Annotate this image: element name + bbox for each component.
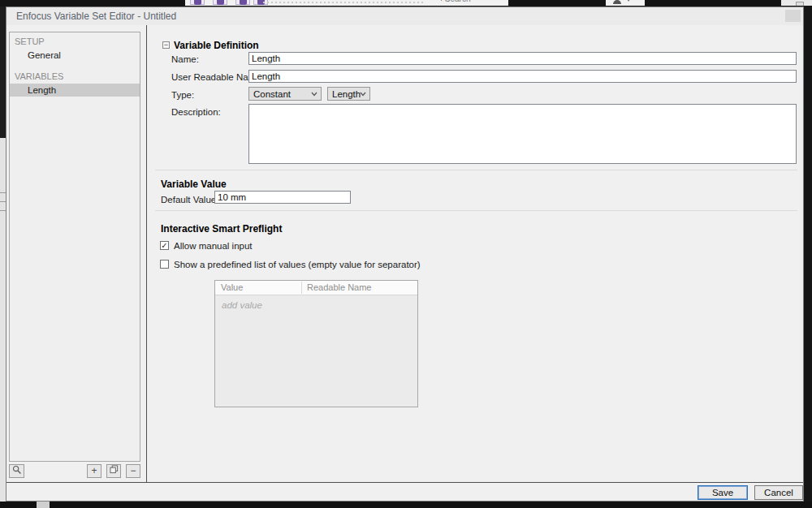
default-value-input[interactable] bbox=[214, 191, 351, 204]
divider bbox=[0, 192, 6, 193]
chevron-down-icon bbox=[311, 92, 317, 97]
background-tool-icon bbox=[190, 0, 205, 5]
remove-variable-button[interactable]: − bbox=[126, 464, 140, 478]
type-label: Type: bbox=[171, 90, 194, 100]
background-tool-icon bbox=[213, 0, 227, 5]
section-separator bbox=[155, 170, 797, 170]
background-app-strip: Search ▾ bbox=[0, 0, 812, 6]
background-window-controls-fragment bbox=[781, 0, 812, 6]
add-value-placeholder[interactable]: add value bbox=[222, 300, 262, 310]
cancel-button[interactable]: Cancel bbox=[754, 485, 803, 500]
chevron-down-icon bbox=[360, 92, 366, 97]
close-button[interactable] bbox=[785, 10, 801, 22]
description-textarea[interactable] bbox=[248, 104, 797, 164]
column-header-value: Value bbox=[221, 282, 243, 292]
default-value-label: Default Value: bbox=[161, 195, 218, 204]
background-left-panel bbox=[0, 138, 6, 502]
background-bottom-strip bbox=[0, 502, 812, 508]
type-select[interactable]: Constant bbox=[248, 87, 322, 101]
sidebar: SETUP General VARIABLES Length bbox=[9, 32, 140, 462]
search-icon bbox=[435, 0, 443, 2]
dialog-title: Enfocus Variable Set Editor - Untitled bbox=[16, 7, 176, 25]
sidebar-item-general[interactable]: General bbox=[10, 49, 140, 62]
user-readable-name-input[interactable] bbox=[248, 70, 797, 83]
divider bbox=[0, 201, 6, 202]
collapse-section-icon[interactable]: − bbox=[162, 41, 170, 49]
divider bbox=[263, 2, 425, 3]
chevron-down-icon: ▾ bbox=[627, 0, 630, 3]
divider bbox=[0, 210, 6, 211]
name-label: Name: bbox=[171, 54, 199, 64]
predefined-list-checkbox[interactable] bbox=[160, 260, 169, 269]
section-separator bbox=[155, 210, 797, 211]
search-variables-button[interactable] bbox=[9, 464, 24, 478]
save-button[interactable]: Save bbox=[698, 485, 748, 500]
duplicate-icon bbox=[110, 465, 119, 474]
table-header: Value Readable Name bbox=[215, 281, 417, 295]
section-title-variable-definition: Variable Definition bbox=[174, 40, 259, 51]
sidebar-item-length[interactable]: Length bbox=[10, 84, 140, 97]
search-input[interactable]: Search bbox=[435, 0, 507, 5]
column-divider bbox=[301, 282, 302, 294]
predefined-list-label: Show a predefined list of values (empty … bbox=[174, 260, 421, 269]
divider bbox=[146, 25, 147, 482]
sidebar-group-setup: SETUP bbox=[15, 37, 45, 46]
predefined-values-table[interactable]: Value Readable Name add value bbox=[214, 280, 418, 407]
user-icon bbox=[612, 0, 622, 5]
sidebar-group-variables: VARIABLES bbox=[15, 71, 63, 81]
background-left-strip bbox=[0, 6, 6, 138]
type-unit-select[interactable]: Length bbox=[327, 87, 370, 101]
duplicate-variable-button[interactable] bbox=[106, 464, 121, 478]
background-taskbar-fragment bbox=[37, 502, 50, 508]
type-select-value: Constant bbox=[253, 88, 291, 100]
add-variable-button[interactable]: + bbox=[87, 464, 102, 478]
section-title-interactive-smart-preflight: Interactive Smart Preflight bbox=[161, 223, 282, 235]
background-user-fragment: ▾ bbox=[606, 0, 645, 6]
section-title-variable-value: Variable Value bbox=[161, 179, 227, 190]
dialog-titlebar[interactable]: Enfocus Variable Set Editor - Untitled bbox=[6, 7, 803, 25]
magnifier-icon bbox=[12, 465, 22, 475]
column-header-readable-name: Readable Name bbox=[307, 282, 372, 292]
search-label: Search bbox=[445, 0, 471, 3]
allow-manual-input-label: Allow manual input bbox=[174, 241, 253, 251]
description-label: Description: bbox=[171, 107, 221, 117]
name-input[interactable] bbox=[248, 52, 797, 65]
allow-manual-input-checkbox[interactable]: ✓ bbox=[160, 241, 169, 250]
background-tool-icon bbox=[235, 0, 250, 5]
variable-set-editor-dialog: Enfocus Variable Set Editor - Untitled S… bbox=[6, 6, 804, 502]
background-toolbar-fragment: Search bbox=[185, 0, 508, 6]
footer-separator bbox=[6, 482, 803, 483]
background-right-strip bbox=[804, 6, 812, 502]
type-unit-select-value: Length bbox=[332, 88, 361, 100]
